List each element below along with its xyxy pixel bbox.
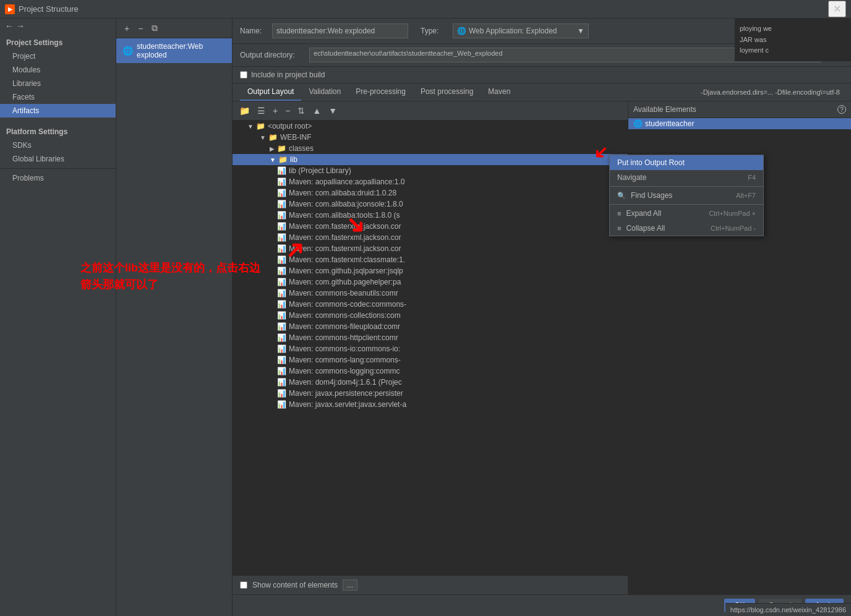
tree-item-maven-14[interactable]: 📊 Maven: commons-fileupload:comr bbox=[233, 321, 628, 332]
search-small-icon: 🔍 bbox=[617, 192, 626, 200]
tree-item-maven-12[interactable]: 📊 Maven: commons-codec:commons- bbox=[233, 299, 628, 310]
tree-item-maven-15[interactable]: 📊 Maven: commons-httpclient:comr bbox=[233, 332, 628, 343]
sidebar-item-problems[interactable]: Problems bbox=[0, 171, 116, 185]
show-content-label: Show content of elements bbox=[252, 581, 338, 589]
log-line-1: ploying we bbox=[740, 24, 846, 35]
help-link[interactable]: https://blog.csdn.net/weixin_42812986 bbox=[725, 603, 851, 616]
expand-all-icon: ≡ bbox=[617, 210, 621, 217]
sidebar-item-modules[interactable]: Modules bbox=[0, 63, 116, 77]
tab-maven[interactable]: Maven bbox=[481, 83, 518, 101]
expand-all-shortcut: Ctrl+NumPad + bbox=[709, 210, 756, 217]
tree-item-maven-17[interactable]: 📊 Maven: commons-lang:commons- bbox=[233, 354, 628, 366]
maven-bar-icon: 📊 bbox=[277, 189, 286, 197]
tree-item-webinf[interactable]: ▼ 📁 WEB-INF bbox=[233, 132, 628, 143]
include-build-checkbox[interactable] bbox=[240, 71, 247, 79]
tree-item-maven-21[interactable]: 📊 Maven: javax.servlet:javax.servlet-a bbox=[233, 399, 628, 410]
artifact-list-panel: + − ⧉ 🌐 studentteacher:Web exploded bbox=[116, 19, 233, 616]
tree-content[interactable]: ▼ 📁 <output root> ▼ 📁 WEB-INF bbox=[233, 121, 628, 575]
tree-move-btn[interactable]: ⇅ bbox=[294, 104, 308, 118]
copy-artifact-button[interactable]: ⧉ bbox=[148, 21, 161, 35]
tree-up-btn[interactable]: ▲ bbox=[309, 104, 324, 118]
sidebar-item-artifacts[interactable]: Artifacts bbox=[0, 104, 116, 118]
context-menu-expand-all[interactable]: ≡ Expand All Ctrl+NumPad + bbox=[610, 206, 763, 221]
tree-item-maven-2[interactable]: 📊 Maven: com.alibaba:druid:1.0.28 bbox=[233, 187, 628, 199]
name-input[interactable] bbox=[272, 24, 408, 38]
element-item-studentteacher[interactable]: 🌐 studentteacher bbox=[628, 118, 851, 129]
tree-item-maven-5[interactable]: 📊 Maven: com.fasterxml.jackson.cor bbox=[233, 221, 628, 232]
artifact-item-name: studentteacher:Web exploded bbox=[137, 42, 226, 59]
tree-item-lib-project[interactable]: 📊 lib (Project Library) bbox=[233, 165, 628, 176]
context-menu-navigate[interactable]: Navigate F4 bbox=[610, 170, 763, 185]
maven-bar-icon: 📊 bbox=[277, 400, 286, 409]
tree-item-maven-13[interactable]: 📊 Maven: commons-collections:com bbox=[233, 310, 628, 321]
show-content-checkbox[interactable] bbox=[240, 581, 247, 589]
sidebar-item-sdks[interactable]: SDKs bbox=[0, 139, 116, 152]
close-button[interactable]: ✕ bbox=[828, 1, 846, 17]
tree-item-maven-20[interactable]: 📊 Maven: javax.persistence:persister bbox=[233, 388, 628, 399]
tree-remove-btn[interactable]: − bbox=[282, 104, 293, 118]
tab-pre-processing[interactable]: Pre-processing bbox=[348, 83, 413, 101]
find-usages-label: Find Usages bbox=[631, 191, 672, 200]
tree-down-btn[interactable]: ▼ bbox=[325, 104, 340, 118]
tree-item-lib[interactable]: ▼ 📁 lib bbox=[233, 154, 628, 165]
maven-bar-icon: 📊 bbox=[277, 289, 286, 297]
artifact-item-studentteacher[interactable]: 🌐 studentteacher:Web exploded bbox=[116, 38, 232, 63]
folder-icon: 📁 bbox=[268, 133, 278, 142]
dots-button[interactable]: ... bbox=[343, 580, 357, 591]
tab-post-processing[interactable]: Post processing bbox=[413, 83, 481, 101]
add-artifact-button[interactable]: + bbox=[121, 22, 132, 35]
tree-item-maven-6[interactable]: 📊 Maven: com.fasterxml.jackson.cor bbox=[233, 232, 628, 243]
maven-bar-icon: 📊 bbox=[277, 356, 286, 364]
put-into-output-label: Put into Output Root bbox=[617, 158, 685, 167]
tree-item-maven-3[interactable]: 📊 Maven: com.alibaba:jconsole:1.8.0 bbox=[233, 199, 628, 210]
context-menu-collapse-all[interactable]: ≡ Collapse All Ctrl+NumPad - bbox=[610, 221, 763, 236]
tree-add-btn[interactable]: + bbox=[270, 104, 281, 118]
tab-validation[interactable]: Validation bbox=[301, 83, 348, 101]
tree-item-output-root[interactable]: ▼ 📁 <output root> bbox=[233, 121, 628, 132]
forward-button[interactable]: → bbox=[16, 21, 25, 31]
sidebar-item-libraries[interactable]: Libraries bbox=[0, 77, 116, 90]
maven-bar-icon: 📊 bbox=[277, 244, 286, 253]
maven-bar-icon: 📊 bbox=[277, 344, 286, 353]
main-layout: ← → Project Settings Project Modules Lib… bbox=[0, 19, 851, 616]
element-item-label: studentteacher bbox=[645, 119, 694, 128]
tree-folder-btn[interactable]: 📁 bbox=[236, 104, 253, 118]
tree-item-maven-16[interactable]: 📊 Maven: commons-io:commons-io: bbox=[233, 343, 628, 354]
maven-bar-icon: 📊 bbox=[277, 255, 286, 264]
tree-item-classes[interactable]: ▶ 📁 classes bbox=[233, 143, 628, 154]
nav-buttons: ← → bbox=[0, 19, 116, 33]
sidebar-item-facets[interactable]: Facets bbox=[0, 90, 116, 104]
sidebar-item-global-libraries[interactable]: Global Libraries bbox=[0, 152, 116, 166]
tree-item-maven-18[interactable]: 📊 Maven: commons-logging:commc bbox=[233, 366, 628, 377]
maven-bar-icon: 📊 bbox=[277, 211, 286, 220]
tree-item-maven-4[interactable]: 📊 Maven: com.alibaba:tools:1.8.0 (s bbox=[233, 210, 628, 221]
artifact-item-icon: 🌐 bbox=[122, 46, 133, 56]
folder-icon: 📁 bbox=[256, 122, 265, 130]
tree-arrow-icon: ▼ bbox=[260, 134, 266, 141]
sidebar-item-project[interactable]: Project bbox=[0, 49, 116, 63]
context-menu-separator-1 bbox=[610, 186, 763, 187]
context-menu-put-into-output[interactable]: Put into Output Root bbox=[610, 155, 763, 170]
tree-item-maven-19[interactable]: 📊 Maven: dom4j:dom4j:1.6.1 (Projec bbox=[233, 377, 628, 388]
tree-item-maven-8[interactable]: 📊 Maven: com.fasterxml:classmate:1. bbox=[233, 254, 628, 265]
artifact-list: 🌐 studentteacher:Web exploded bbox=[116, 38, 233, 63]
folder-icon: 📁 bbox=[277, 144, 286, 153]
tree-arrow-icon: ▼ bbox=[270, 156, 276, 163]
tree-item-maven-7[interactable]: 📊 Maven: com.fasterxml.jackson.cor bbox=[233, 243, 628, 254]
back-button[interactable]: ← bbox=[5, 21, 14, 31]
tree-item-maven-10[interactable]: 📊 Maven: com.github.pagehelper:pa bbox=[233, 276, 628, 288]
tab-output-layout[interactable]: Output Layout bbox=[240, 83, 301, 101]
tree-list-btn[interactable]: ☰ bbox=[254, 104, 268, 118]
remove-artifact-button[interactable]: − bbox=[135, 22, 146, 35]
log-line-2: JAR was bbox=[740, 35, 846, 46]
bottom-bar: Show content of elements ... bbox=[233, 575, 628, 594]
context-menu-find-usages[interactable]: 🔍 Find Usages Alt+F7 bbox=[610, 188, 763, 203]
expand-all-label: Expand All bbox=[626, 209, 661, 218]
tree-item-maven-9[interactable]: 📊 Maven: com.github.jsqlparser:jsqlp bbox=[233, 265, 628, 276]
elements-help-icon[interactable]: ? bbox=[837, 105, 846, 114]
tree-arrow-icon: ▶ bbox=[270, 145, 275, 152]
type-dropdown[interactable]: 🌐 Web Application: Exploded ▼ bbox=[453, 24, 589, 38]
tree-item-maven-11[interactable]: 📊 Maven: commons-beanutils:comr bbox=[233, 288, 628, 299]
tree-item-maven-1[interactable]: 📊 Maven: aopalliance:aopalliance:1.0 bbox=[233, 176, 628, 187]
collapse-all-shortcut: Ctrl+NumPad - bbox=[711, 225, 756, 232]
